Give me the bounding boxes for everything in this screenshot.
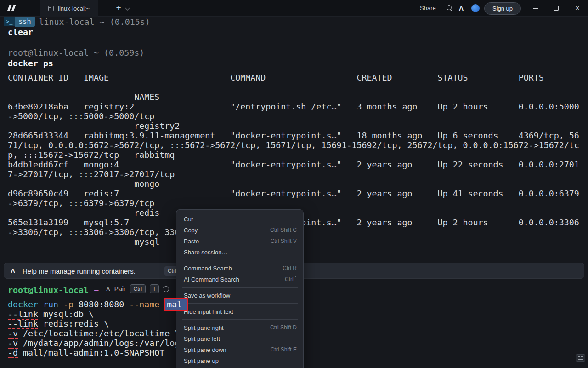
new-tab-button[interactable]: + [114,3,123,13]
menu-divider [182,287,298,288]
ssh-command-chip: ssh [15,17,34,27]
pair-button[interactable]: Pair [114,285,126,293]
menu-item-save-as-workflow[interactable]: Save as workflow [176,290,303,301]
titlebar: linux-local:~ + Share Λ Sign up × [0,0,588,17]
menu-item-split-pane-right[interactable]: Split pane rightCtrl Shift D [176,322,303,333]
new-tab-chevron-icon[interactable] [125,6,130,11]
token-flag-link: --link [8,309,38,319]
token-link-args: redis:redis \ [38,319,109,328]
command-line-3: --link redis:redis \ [8,319,109,328]
menu-item-ai-command-search[interactable]: AI Command SearchCtrl ` [176,274,303,285]
maximize-button[interactable] [546,0,567,17]
menu-item-command-search[interactable]: Command SearchCtrl R [176,263,303,274]
tab-linux-local[interactable]: linux-local:~ [40,0,98,17]
warp-ai-banner-icon: Λ [11,267,15,275]
prompt-user-host: root@linux-local [8,285,89,295]
pair-key-i: I [150,284,158,293]
menu-divider [182,303,298,304]
prompt-line: root@linux-local ~ [8,285,99,295]
token-port-arg: 8080:8080 [79,299,129,309]
pair-key-ctrl: Ctrl [130,284,146,293]
maximize-icon [554,6,559,11]
close-button[interactable]: × [567,0,588,17]
refresh-icon[interactable] [163,286,169,292]
warp-ai-icon[interactable]: Λ [459,4,464,12]
command-line-5: -v /mydata/app/admin/logs:/var/logs \ [8,338,195,348]
sign-up-button[interactable]: Sign up [484,2,521,15]
avatar-icon[interactable] [471,4,480,12]
token-flag-name: --name [129,299,164,309]
menu-item-copy[interactable]: CopyCtrl Shift C [176,224,303,236]
token-subcommand: run [43,299,63,309]
command-line-1: docker run -p 8080:8080 --name mal [8,299,188,309]
token-program: docker [8,299,43,309]
menu-item-share-session[interactable]: Share session… [176,247,303,258]
menu-divider [182,260,298,260]
menu-item-split-pane-down[interactable]: Split pane downCtrl Shift E [176,344,303,355]
terminal-prompt-icon: >_ [4,17,15,26]
clear-command: clear [8,27,33,37]
command-line-6: -d mall/mall-admin:1.0-SNAPSHOT [8,348,164,357]
ssh-block-header: >_ ssh linux-local ~ (0.015s) [4,17,150,27]
menu-item-paste[interactable]: PasteCtrl Shift V [176,236,303,247]
minimize-icon [533,8,538,9]
token-flag-p: -p [63,299,79,309]
menu-item-hide-input-hint-text[interactable]: Hide input hint text [176,306,303,317]
tab-terminal-icon [48,6,54,11]
token-flag-d: -d [8,348,18,357]
search-icon[interactable] [447,5,453,12]
token-link-args: mysql:db \ [38,309,94,319]
docker-ps-command: docker ps [8,58,53,68]
token-volume-args: /mydata/app/admin/logs:/var/logs \ [18,338,195,348]
ai-suggestion-text: Help me manage running containers. [23,267,136,275]
token-flag-v: -v [8,338,18,348]
command-line-2: --link mysql:db \ [8,309,94,319]
menu-divider [182,319,298,320]
token-flag-v: -v [8,328,18,338]
tab-title: linux-local:~ [58,5,90,12]
token-volume-args: /etc/localtime:/etc/localtime \ [18,328,180,338]
menu-item-cut[interactable]: Cut [176,213,303,224]
menu-item-split-pane-left[interactable]: Split pane left [176,333,303,344]
docker-ps-prompt-meta: root@linux-local ~ (0.059s) [8,48,144,58]
ssh-block-meta: linux-local ~ (0.015s) [39,17,150,27]
warp-terminal-window: linux-local:~ + Share Λ Sign up × >_ ssh… [0,0,588,368]
minimize-button[interactable] [525,0,546,17]
command-line-4: -v /etc/localtime:/etc/localtime \ [8,328,180,338]
menu-item-split-pane-up[interactable]: Split pane up [176,355,303,366]
token-image-arg: mall/mall-admin:1.0-SNAPSHOT [18,348,164,357]
context-menu: Cut CopyCtrl Shift C PasteCtrl Shift V S… [176,209,304,368]
warp-logo-icon [8,5,17,12]
share-button[interactable]: Share [420,5,436,12]
keyboard-shortcuts-icon[interactable] [576,354,585,362]
selected-text-annotation: mal [164,298,188,311]
token-flag-link: --link [8,319,38,328]
warp-pair-icon: Λ [106,286,110,293]
pair-hint-group: Λ Pair Ctrl I [106,284,169,293]
prompt-cwd: ~ [94,285,99,295]
